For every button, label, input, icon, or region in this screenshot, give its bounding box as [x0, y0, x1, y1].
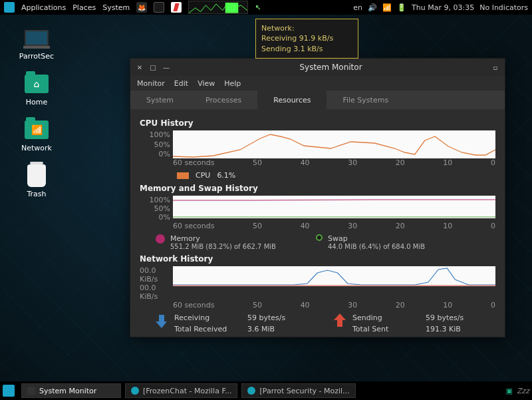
recv-total: 3.6 MiB: [247, 325, 301, 333]
swap-dot-icon: [316, 234, 323, 241]
menubar: Monitor Edit View Help: [130, 76, 505, 91]
menu-monitor[interactable]: Monitor: [137, 79, 165, 88]
mem-yaxis: 100%50%0%: [140, 196, 173, 222]
svg-rect-0: [225, 3, 239, 13]
task-frozenchat-label: [FrozenChat - Mozilla F...: [143, 387, 231, 395]
task-frozenchat[interactable]: [FrozenChat - Mozilla F...: [125, 383, 237, 398]
menu-system[interactable]: System: [102, 3, 130, 12]
memory-dot-icon: [156, 234, 165, 244]
bottom-start-icon[interactable]: [3, 385, 15, 397]
sleep-indicator[interactable]: Zzz: [517, 387, 529, 395]
trash-icon[interactable]: Trash: [7, 164, 66, 198]
menu-help[interactable]: Help: [224, 79, 241, 88]
window-menu-icon[interactable]: ▫: [491, 63, 499, 71]
task-system-monitor[interactable]: System Monitor: [21, 383, 121, 398]
cpu-swatch: [177, 172, 189, 179]
menu-view[interactable]: View: [198, 79, 215, 88]
recv-label: Receiving: [174, 313, 247, 322]
panel-cpu-graph[interactable]: [188, 1, 248, 14]
workspace-switcher-icon[interactable]: ▣: [506, 387, 513, 395]
desktop-icons: ParrotSec ⌂ Home 📶 Network Trash: [7, 27, 66, 210]
tab-resources[interactable]: Resources: [257, 91, 327, 109]
tab-system[interactable]: System: [130, 91, 190, 109]
network-icon[interactable]: 📶 Network: [7, 118, 66, 152]
firefox-icon[interactable]: 🦊: [136, 2, 147, 13]
maximize-icon[interactable]: □: [149, 63, 157, 71]
home-label: Home: [26, 98, 47, 106]
trash-label: Trash: [27, 190, 46, 198]
task-parrot-label: [Parrot Security - Mozil...: [259, 387, 349, 395]
cpu-history-title: CPU History: [140, 118, 495, 128]
document-icon[interactable]: [171, 2, 182, 13]
terminal-icon[interactable]: [154, 2, 164, 13]
tab-file-systems[interactable]: File Systems: [327, 91, 404, 109]
mem-chart: [173, 196, 495, 218]
tooltip-recv: Receiving 91.9 kB/s: [261, 33, 352, 43]
up-arrow-icon: [334, 313, 346, 328]
volume-icon[interactable]: 🔊: [368, 3, 377, 12]
close-icon[interactable]: ✕: [136, 63, 144, 71]
task-parrot-security[interactable]: [Parrot Security - Mozil...: [241, 383, 355, 398]
menu-edit[interactable]: Edit: [174, 79, 188, 88]
cpu-legend-label: CPU: [196, 171, 210, 180]
start-menu-icon[interactable]: [4, 2, 15, 13]
tooltip-send: Sending 3.1 kB/s: [261, 44, 352, 54]
task-frozenchat-icon: [131, 387, 139, 395]
down-arrow-icon: [156, 313, 168, 328]
swap-label: Swap: [328, 234, 425, 243]
parrotsec-label: ParrotSec: [19, 52, 54, 61]
network-tray-icon[interactable]: 📶: [382, 3, 392, 12]
battery-icon[interactable]: 🔋: [397, 3, 406, 12]
menu-applications[interactable]: Applications: [21, 3, 66, 12]
mem-xaxis: 60 seconds50403020100: [173, 222, 495, 230]
send-total-label: Total Sent: [352, 325, 426, 333]
cpu-yaxis: 100%50%0%: [140, 130, 173, 158]
minimize-icon[interactable]: —: [162, 63, 170, 71]
mem-history-title: Memory and Swap History: [140, 184, 495, 193]
no-indicators-label: No Indicators: [479, 3, 528, 12]
recv-rate: 59 bytes/s: [247, 313, 301, 322]
memory-value: 551.2 MiB (83.2%) of 662.7 MiB: [170, 243, 276, 250]
titlebar[interactable]: ✕ □ — System Monitor ▫: [130, 59, 505, 76]
task-parrot-icon: [247, 387, 255, 395]
net-chart: [173, 266, 495, 286]
lang-indicator[interactable]: en: [353, 3, 362, 12]
task-sysmon-icon: [27, 387, 35, 395]
network-label: Network: [21, 144, 52, 152]
net-xaxis: 60 seconds50403020100: [173, 301, 495, 309]
tabs: System Processes Resources File Systems: [130, 91, 505, 109]
cpu-xaxis: 60 seconds50403020100: [173, 158, 495, 167]
cursor-icon: ↖: [255, 3, 261, 12]
top-panel: Applications Places System 🦊 ↖ en 🔊 📶 🔋 …: [0, 0, 532, 15]
swap-value: 44.0 MiB (6.4%) of 684.0 MiB: [328, 243, 425, 250]
parrotsec-icon[interactable]: ParrotSec: [7, 27, 66, 61]
system-monitor-window: ✕ □ — System Monitor ▫ Monitor Edit View…: [130, 58, 505, 337]
tab-processes[interactable]: Processes: [190, 91, 257, 109]
home-icon[interactable]: ⌂ Home: [7, 73, 66, 106]
menu-places[interactable]: Places: [72, 3, 96, 12]
net-history-title: Network History: [140, 254, 495, 264]
recv-total-label: Total Received: [174, 325, 247, 333]
memory-label: Memory: [170, 234, 276, 243]
net-yaxis: 00.0 KiB/s00.0 KiB/s: [140, 266, 173, 301]
send-label: Sending: [352, 313, 426, 322]
window-title: System Monitor: [176, 63, 486, 72]
cpu-legend-value: 6.1%: [217, 171, 235, 180]
send-rate: 59 bytes/s: [426, 313, 479, 322]
cpu-chart: [173, 130, 495, 158]
task-sysmon-label: System Monitor: [39, 387, 96, 395]
send-total: 191.3 KiB: [426, 325, 479, 333]
bottom-panel: System Monitor [FrozenChat - Mozilla F..…: [0, 381, 532, 400]
network-tooltip: Network: Receiving 91.9 kB/s Sending 3.1…: [255, 19, 358, 59]
clock[interactable]: Thu Mar 9, 03:35: [412, 3, 474, 12]
tooltip-title: Network:: [261, 23, 352, 33]
